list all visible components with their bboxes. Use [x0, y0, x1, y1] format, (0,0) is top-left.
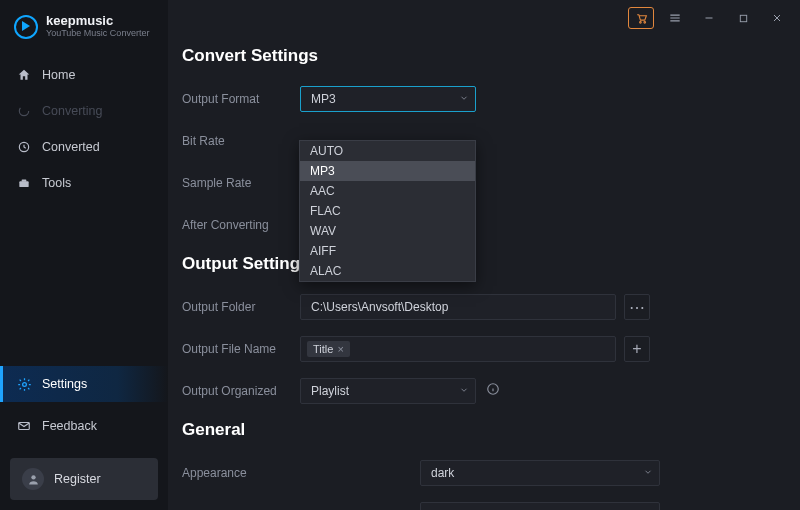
sidebar-item-label: Feedback: [42, 419, 97, 433]
format-option-wav[interactable]: WAV: [300, 221, 475, 241]
format-option-aiff[interactable]: AIFF: [300, 241, 475, 261]
info-icon[interactable]: [486, 382, 500, 400]
label-output-folder: Output Folder: [182, 300, 300, 314]
format-option-flac[interactable]: FLAC: [300, 201, 475, 221]
sidebar-item-settings[interactable]: Settings: [0, 366, 168, 402]
brand-title: keepmusic: [46, 14, 149, 28]
svg-rect-9: [740, 15, 746, 21]
input-output-filename[interactable]: Title ×: [300, 336, 616, 362]
browse-folder-button[interactable]: ⋯: [624, 294, 650, 320]
mail-icon: [16, 418, 32, 434]
label-output-organized: Output Organized: [182, 384, 300, 398]
svg-rect-2: [19, 181, 28, 187]
select-appearance-value: dark: [431, 466, 454, 480]
svg-point-8: [643, 21, 645, 23]
remove-chip-icon[interactable]: ×: [337, 343, 343, 355]
label-appearance: Appearance: [182, 466, 420, 480]
output-format-dropdown: AUTOMP3AACFLACWAVAIFFALAC: [299, 140, 476, 282]
select-output-format[interactable]: MP3: [300, 86, 476, 112]
label-after-converting: After Converting: [182, 218, 300, 232]
clock-icon: [16, 139, 32, 155]
brand-logo-icon: [14, 15, 38, 39]
menu-button[interactable]: [662, 7, 688, 29]
sidebar-item-converted[interactable]: Converted: [0, 129, 168, 165]
sidebar-item-feedback[interactable]: Feedback: [0, 408, 168, 444]
label-output-file-name: Output File Name: [182, 342, 300, 356]
filename-chip-title: Title ×: [307, 341, 350, 357]
label-sample-rate: Sample Rate: [182, 176, 300, 190]
format-option-aac[interactable]: AAC: [300, 181, 475, 201]
svg-point-0: [19, 106, 28, 115]
register-button[interactable]: Register: [10, 458, 158, 500]
brand-subtitle: YouTube Music Converter: [46, 28, 149, 39]
brand: keepmusic YouTube Music Converter: [0, 0, 168, 51]
sidebar-item-label: Converted: [42, 140, 100, 154]
sidebar-item-converting[interactable]: Converting: [0, 93, 168, 129]
cart-button[interactable]: [628, 7, 654, 29]
home-icon: [16, 67, 32, 83]
register-label: Register: [54, 472, 101, 486]
select-output-organized[interactable]: Playlist: [300, 378, 476, 404]
close-button[interactable]: [764, 7, 790, 29]
section-title-convert: Convert Settings: [182, 46, 800, 66]
sidebar: keepmusic YouTube Music Converter Home C…: [0, 0, 168, 510]
label-output-format: Output Format: [182, 92, 300, 106]
titlebar: [168, 0, 800, 36]
svg-point-7: [639, 21, 641, 23]
section-title-general: General: [182, 420, 800, 440]
sidebar-item-label: Converting: [42, 104, 102, 118]
sidebar-item-tools[interactable]: Tools: [0, 165, 168, 201]
select-languages[interactable]: English: [420, 502, 660, 510]
format-option-mp3[interactable]: MP3: [300, 161, 475, 181]
chevron-down-icon: [643, 466, 653, 480]
label-bit-rate: Bit Rate: [182, 134, 300, 148]
sidebar-item-home[interactable]: Home: [0, 57, 168, 93]
format-option-alac[interactable]: ALAC: [300, 261, 475, 281]
section-title-output: Output Settings: [182, 254, 800, 274]
add-filename-token-button[interactable]: +: [624, 336, 650, 362]
toolbox-icon: [16, 175, 32, 191]
sidebar-item-label: Settings: [42, 377, 87, 391]
select-appearance[interactable]: dark: [420, 460, 660, 486]
minimize-button[interactable]: [696, 7, 722, 29]
gear-icon: [16, 376, 32, 392]
format-option-auto[interactable]: AUTO: [300, 141, 475, 161]
nav-top: Home Converting Converted Tools: [0, 57, 168, 201]
chevron-down-icon: [459, 92, 469, 106]
svg-point-6: [31, 475, 35, 479]
svg-point-4: [22, 382, 26, 386]
select-output-organized-value: Playlist: [311, 384, 349, 398]
maximize-button[interactable]: [730, 7, 756, 29]
spinner-icon: [16, 103, 32, 119]
chevron-down-icon: [459, 384, 469, 398]
sidebar-item-label: Home: [42, 68, 75, 82]
select-output-format-value: MP3: [311, 92, 336, 106]
sidebar-item-label: Tools: [42, 176, 71, 190]
user-icon: [22, 468, 44, 490]
input-output-folder-value: C:\Users\Anvsoft\Desktop: [311, 300, 448, 314]
svg-rect-3: [22, 180, 27, 182]
input-output-folder[interactable]: C:\Users\Anvsoft\Desktop: [300, 294, 616, 320]
